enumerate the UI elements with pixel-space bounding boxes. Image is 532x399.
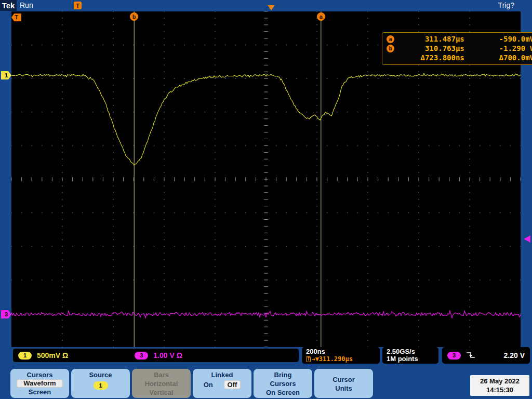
falling-edge-icon: [466, 351, 475, 360]
menu-cursor-units-button[interactable]: Cursor Units: [314, 369, 373, 398]
cursor-a-value: -590.0mV: [464, 35, 532, 43]
menu-linked-title: Linked: [211, 371, 233, 379]
menu-bring-cursors-button[interactable]: Bring Cursors On Screen: [254, 369, 312, 398]
menu-source-channel-badge: 1: [94, 381, 108, 390]
trigger-status: Trig?: [498, 1, 514, 9]
datetime-display: 26 May 2022 14:15:30: [470, 375, 529, 396]
sample-rate: 2.50GS/s: [387, 348, 434, 355]
trigger-level-value: 2.20 V: [504, 351, 525, 360]
trigger-source-badge: 3: [447, 352, 461, 360]
trigger-position-marker[interactable]: [268, 5, 275, 10]
menu-bring-line3: On Screen: [266, 389, 300, 396]
menu-source-title: Source: [89, 371, 112, 379]
menu-bars-line3: Vertical: [149, 389, 173, 396]
horizontal-readout: 200ns T→▼311.290µs: [302, 347, 380, 364]
menu-linked-on[interactable]: On: [204, 380, 213, 389]
menu-bars-line2: Horizontal: [145, 380, 178, 388]
vertical-scale-readout: 1 500mV Ω 3 1.00 V Ω: [13, 349, 299, 362]
menu-bring-line2: Cursors: [270, 380, 296, 388]
menu-source-button[interactable]: Source 1: [71, 369, 130, 398]
cursor-delta-time: Δ723.800ns: [398, 54, 464, 62]
menu-bars-line1: Bars: [154, 371, 169, 379]
cursor-b-time: 310.763µs: [398, 44, 464, 52]
trigger-level-marker[interactable]: [524, 235, 530, 243]
cursor-readout: a 311.487µs -590.0mV b 310.763µs -1.290 …: [382, 32, 532, 65]
menu-cursors-other[interactable]: Screen: [29, 388, 51, 396]
menu-bring-line1: Bring: [274, 371, 292, 379]
trigger-readout: 3 2.20 V: [442, 347, 530, 364]
menu-linked-button[interactable]: Linked On Off: [193, 369, 251, 398]
cursor-a-time: 311.487µs: [398, 35, 464, 43]
date-value: 26 May 2022: [470, 377, 529, 385]
record-length: 1M points: [387, 355, 434, 363]
menu-units-line1: Cursor: [332, 376, 355, 383]
acquisition-status: Run: [20, 1, 33, 9]
cursor-b-value: -1.290 V: [464, 44, 532, 52]
menu-bars-button: Bars Horizontal Vertical: [132, 369, 191, 398]
tek-logo: Tek: [0, 0, 17, 11]
acquisition-readout: 2.50GS/s 1M points: [382, 347, 438, 364]
channel1-badge: 1: [18, 352, 32, 360]
channel3-badge: 3: [135, 352, 148, 360]
trigger-delay-readout: T→▼311.290µs: [306, 355, 376, 363]
channel3-scale: 1.00 V Ω: [153, 351, 182, 360]
delay-t-icon: T: [306, 356, 311, 362]
channel1-scale: 500mV Ω: [37, 351, 68, 360]
readout-cursor-b-badge: b: [387, 45, 394, 52]
top-bar: Tek Run T Trig?: [0, 0, 532, 11]
channel3-ground-marker[interactable]: 3: [1, 310, 11, 318]
readout-cursor-a-badge: a: [387, 35, 394, 43]
cursor-delta-value: Δ700.0mV: [464, 54, 532, 62]
menu-units-line2: Units: [335, 384, 352, 392]
trigger-indicator-icon: T: [74, 2, 82, 9]
timebase-scale: 200ns: [306, 348, 376, 355]
menu-cursors-button[interactable]: Cursors Waveform Screen: [10, 369, 69, 398]
menu-cursors-selected[interactable]: Waveform: [17, 379, 63, 388]
delay-value: →▼311.290µs: [311, 355, 352, 363]
cursor-a-badge[interactable]: a: [317, 12, 325, 21]
menu-cursors-title: Cursors: [27, 371, 53, 379]
graticule: T b a a 311.487µs -590.0mV b 310.763µs -…: [11, 11, 521, 347]
time-value: 14:15:30: [470, 385, 529, 394]
channel1-ground-marker[interactable]: 1: [1, 71, 11, 79]
menu-linked-off[interactable]: Off: [224, 380, 241, 389]
